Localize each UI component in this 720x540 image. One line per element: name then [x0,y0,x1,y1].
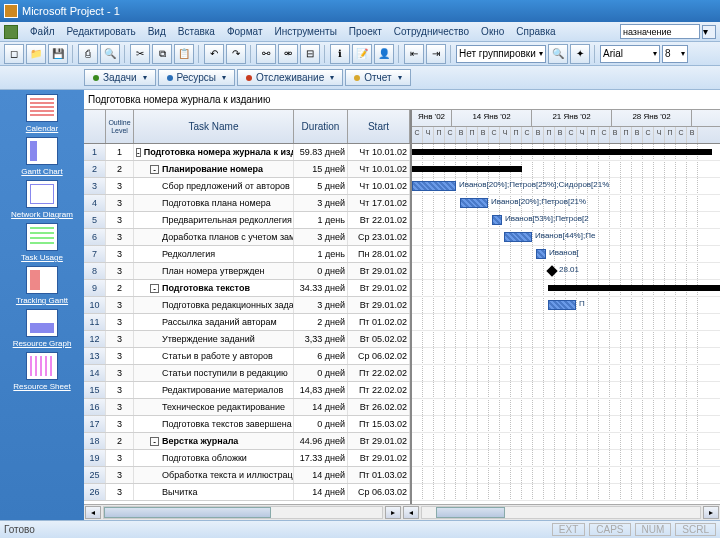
menu-редактировать[interactable]: Редактировать [61,24,142,39]
row-id[interactable]: 11 [84,314,106,330]
row-duration[interactable]: 34.33 дней [294,280,348,296]
row-start[interactable]: Ср 06.02.02 [348,348,410,364]
view-track[interactable]: Tracking Gantt [6,266,78,305]
help-dropdown[interactable]: ▾ [702,25,716,39]
row-id[interactable]: 26 [84,484,106,500]
report-pill[interactable]: Отчет▾ [345,69,410,86]
row-outline[interactable]: 3 [106,331,134,347]
row-duration[interactable]: 1 день [294,212,348,228]
split-button[interactable]: ⊟ [300,44,320,64]
gantt-bar-summary[interactable] [412,149,712,155]
info-button[interactable]: ℹ [330,44,350,64]
open-button[interactable]: 📁 [26,44,46,64]
row-duration[interactable]: 0 дней [294,416,348,432]
row-duration[interactable]: 14 дней [294,467,348,483]
help-input[interactable] [620,24,700,39]
row-id[interactable]: 13 [84,348,106,364]
row-id[interactable]: 25 [84,467,106,483]
row-start[interactable]: Вт 26.02.02 [348,399,410,415]
view-cal[interactable]: Calendar [6,94,78,133]
entry-bar[interactable]: Подготовка номера журнала к изданию [84,90,720,110]
row-outline[interactable]: 3 [106,467,134,483]
row-duration[interactable]: 14 дней [294,399,348,415]
row-start[interactable]: Пт 01.03.02 [348,467,410,483]
row-name[interactable]: План номера утвержден [134,263,294,279]
view-task[interactable]: Task Usage [6,223,78,262]
row-id[interactable]: 4 [84,195,106,211]
row-id[interactable]: 1 [84,144,106,160]
row-start[interactable]: Вт 29.01.02 [348,280,410,296]
gantt-bar-task[interactable] [504,232,532,242]
row-start[interactable]: Чт 17.01.02 [348,195,410,211]
gantt-bar-milestone[interactable] [546,265,557,276]
gantt-bar-task[interactable] [492,215,502,225]
task-row[interactable]: 83План номера утвержден0 днейВт 29.01.02 [84,263,410,280]
row-name[interactable]: Сбор предложений от авторов [134,178,294,194]
row-duration[interactable]: 3 дней [294,195,348,211]
indent-button[interactable]: ⇥ [426,44,446,64]
row-duration[interactable]: 17.33 дней [294,450,348,466]
row-id[interactable]: 19 [84,450,106,466]
row-outline[interactable]: 3 [106,263,134,279]
task-row[interactable]: 63Доработка планов с учетом замечаний3 д… [84,229,410,246]
notes-button[interactable]: 📝 [352,44,372,64]
menu-вставка[interactable]: Вставка [172,24,221,39]
row-start[interactable]: Вт 22.01.02 [348,212,410,228]
row-name[interactable]: Доработка планов с учетом замечаний [134,229,294,245]
link-button[interactable]: ⚯ [256,44,276,64]
horizontal-scroll[interactable]: ◂ ▸ ◂ ▸ [84,504,720,520]
undo-button[interactable]: ↶ [204,44,224,64]
row-name[interactable]: Утверждение заданий [134,331,294,347]
redo-button[interactable]: ↷ [226,44,246,64]
row-outline[interactable]: 2 [106,161,134,177]
row-outline[interactable]: 1 [106,144,134,160]
task-row[interactable]: 103Подготовка редакционных заданий3 дней… [84,297,410,314]
row-name[interactable]: Редколлегия [134,246,294,262]
menu-вид[interactable]: Вид [142,24,172,39]
row-duration[interactable]: 59.83 дней [294,144,348,160]
task-row[interactable]: 133Статьи в работе у авторов6 днейСр 06.… [84,348,410,365]
row-start[interactable]: Пн 28.01.02 [348,246,410,262]
gantt-bar-task[interactable] [548,300,576,310]
task-row[interactable]: 11-Подготовка номера журнала к изданию59… [84,144,410,161]
menu-проект[interactable]: Проект [343,24,388,39]
row-outline[interactable]: 3 [106,450,134,466]
group-select[interactable]: Нет группировки▾ [456,45,546,63]
gantt-bar-task[interactable] [412,181,456,191]
menu-инструменты[interactable]: Инструменты [268,24,342,39]
row-name[interactable]: Техническое редактирование [134,399,294,415]
row-start[interactable]: Пт 22.02.02 [348,365,410,381]
row-id[interactable]: 2 [84,161,106,177]
row-start[interactable]: Пт 01.02.02 [348,314,410,330]
menu-формат[interactable]: Формат [221,24,269,39]
row-name[interactable]: Статьи поступили в редакцию [134,365,294,381]
task-row[interactable]: 143Статьи поступили в редакцию0 днейПт 2… [84,365,410,382]
gantt-bar-task[interactable] [536,249,546,259]
menu-файл[interactable]: Файл [24,24,61,39]
task-row[interactable]: 43Подготовка плана номера3 днейЧт 17.01.… [84,195,410,212]
col-name[interactable]: Task Name [134,110,294,143]
row-start[interactable]: Чт 10.01.02 [348,178,410,194]
task-row[interactable]: 253Обработка текста и иллюстраций14 дней… [84,467,410,484]
unlink-button[interactable]: ⚮ [278,44,298,64]
task-row[interactable]: 193Подготовка обложки17.33 днейВт 29.01.… [84,450,410,467]
row-name[interactable]: Предварительная редколлегия [134,212,294,228]
row-duration[interactable]: 3,33 дней [294,331,348,347]
row-duration[interactable]: 0 дней [294,263,348,279]
tracking-pill[interactable]: Отслеживание▾ [237,69,343,86]
view-net[interactable]: Network Diagram [6,180,78,219]
row-start[interactable]: Пт 15.03.02 [348,416,410,432]
row-outline[interactable]: 2 [106,433,134,449]
row-outline[interactable]: 3 [106,229,134,245]
row-duration[interactable]: 14 дней [294,484,348,500]
task-row[interactable]: 92-Подготовка текстов34.33 днейВт 29.01.… [84,280,410,297]
zoom-button[interactable]: 🔍 [548,44,568,64]
cut-button[interactable]: ✂ [130,44,150,64]
row-duration[interactable]: 15 дней [294,161,348,177]
row-name[interactable]: Рассылка заданий авторам [134,314,294,330]
row-outline[interactable]: 3 [106,416,134,432]
col-outline[interactable]: Outline Level [106,110,134,143]
col-start[interactable]: Start [348,110,410,143]
row-start[interactable]: Пт 22.02.02 [348,382,410,398]
row-id[interactable]: 16 [84,399,106,415]
